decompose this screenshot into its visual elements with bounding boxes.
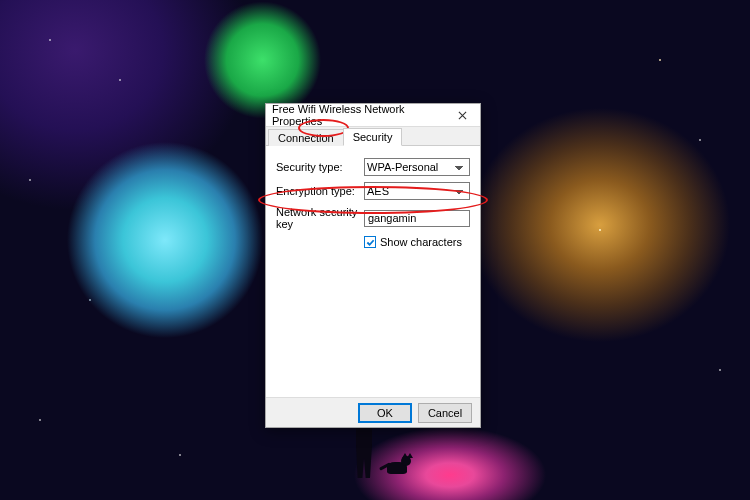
show-characters-checkbox[interactable]: [364, 236, 376, 248]
form-area: Security type: WPA-Personal Encryption t…: [266, 146, 480, 397]
network-key-input[interactable]: [364, 210, 470, 227]
ok-button[interactable]: OK: [358, 403, 412, 423]
button-bar: OK Cancel: [266, 397, 480, 427]
cancel-button[interactable]: Cancel: [418, 403, 472, 423]
network-properties-dialog: Free Wifi Wireless Network Properties Co…: [265, 103, 481, 428]
close-button[interactable]: [448, 106, 476, 124]
tabstrip: Connection Security: [266, 126, 480, 146]
tab-security[interactable]: Security: [343, 128, 403, 146]
dialog-title: Free Wifi Wireless Network Properties: [272, 103, 448, 127]
security-type-label: Security type:: [276, 161, 364, 173]
security-type-select[interactable]: WPA-Personal: [364, 158, 470, 176]
close-icon: [458, 108, 467, 123]
encryption-type-label: Encryption type:: [276, 185, 364, 197]
tab-connection[interactable]: Connection: [268, 129, 344, 146]
titlebar[interactable]: Free Wifi Wireless Network Properties: [266, 104, 480, 126]
network-key-label: Network security key: [276, 206, 364, 230]
encryption-type-select[interactable]: AES: [364, 182, 470, 200]
show-characters-label: Show characters: [380, 236, 462, 248]
